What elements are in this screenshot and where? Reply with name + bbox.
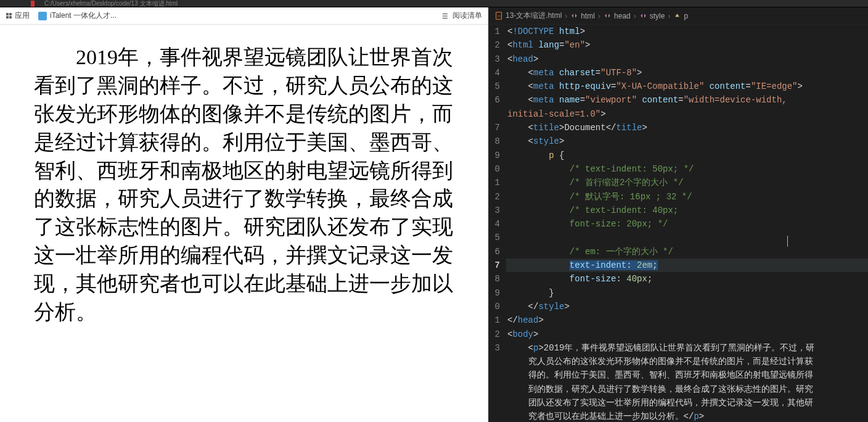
chevron-right-icon: › <box>565 12 567 20</box>
svg-rect-1 <box>443 15 448 16</box>
bookmark-label: iTalent 一体化人才... <box>50 10 117 21</box>
breadcrumb-head[interactable]: head <box>604 12 631 20</box>
line-gutter: 12345678901234567890123 <box>489 25 506 422</box>
breadcrumb-bar: <> 13-文本缩进.html › html › head › style › … <box>489 7 868 25</box>
text-cursor <box>787 236 788 247</box>
browser-viewport[interactable]: 2019年，事件视界望远镜团队让世界首次看到了黑洞的样子。不过，研究人员公布的这… <box>0 25 488 422</box>
selector-icon <box>673 12 681 20</box>
favicon-icon <box>38 12 47 20</box>
main-area: 应用 iTalent 一体化人才... 阅读清单 2019年，事件视界望远镜团队… <box>0 7 868 422</box>
article-paragraph: 2019年，事件视界望远镜团队让世界首次看到了黑洞的样子。不过，研究人员公布的这… <box>34 43 454 326</box>
breadcrumb-label: head <box>614 12 631 20</box>
svg-text:<>: <> <box>497 15 501 18</box>
reading-list-button[interactable]: 阅读清单 <box>441 10 482 21</box>
tag-icon <box>570 12 578 20</box>
apps-launcher[interactable]: 应用 <box>6 10 30 21</box>
breadcrumb-label: html <box>581 12 595 20</box>
bookmark-bar: 应用 iTalent 一体化人才... 阅读清单 <box>0 7 488 25</box>
breadcrumb-p[interactable]: p <box>673 12 688 20</box>
breadcrumb-file[interactable]: <> 13-文本缩进.html <box>495 10 562 21</box>
apps-grid-icon <box>6 13 12 19</box>
breadcrumb-label: style <box>650 12 665 20</box>
breadcrumb-html[interactable]: html <box>570 12 595 20</box>
svg-rect-0 <box>443 13 448 14</box>
breadcrumb-style[interactable]: style <box>639 12 665 20</box>
chevron-right-icon: › <box>634 12 636 20</box>
code-lines[interactable]: <!DOCTYPE html><html lang="en"><head> <m… <box>506 25 868 422</box>
tag-icon <box>604 12 612 20</box>
html-file-icon: <> <box>495 12 503 20</box>
apps-label: 应用 <box>15 10 30 21</box>
code-editor[interactable]: 12345678901234567890123 <!DOCTYPE html><… <box>489 25 868 422</box>
breadcrumb-label: p <box>684 12 688 20</box>
list-icon <box>441 12 450 20</box>
svg-rect-2 <box>443 17 448 18</box>
browser-pane: 应用 iTalent 一体化人才... 阅读清单 2019年，事件视界望远镜团队… <box>0 7 489 422</box>
window-titlebar: C:/Users/xhelma/Desktop/code/13 文本缩进.htm… <box>0 0 868 7</box>
titlebar-path: C:/Users/xhelma/Desktop/code/13 文本缩进.htm… <box>44 0 178 8</box>
reading-list-label: 阅读清单 <box>452 10 482 21</box>
editor-pane: <> 13-文本缩进.html › html › head › style › … <box>489 7 868 422</box>
bookmark-italent[interactable]: iTalent 一体化人才... <box>38 10 117 21</box>
breadcrumb-file-label: 13-文本缩进.html <box>506 10 562 21</box>
chevron-right-icon: › <box>598 12 600 20</box>
tag-icon <box>639 12 647 20</box>
chevron-right-icon: › <box>668 12 670 20</box>
